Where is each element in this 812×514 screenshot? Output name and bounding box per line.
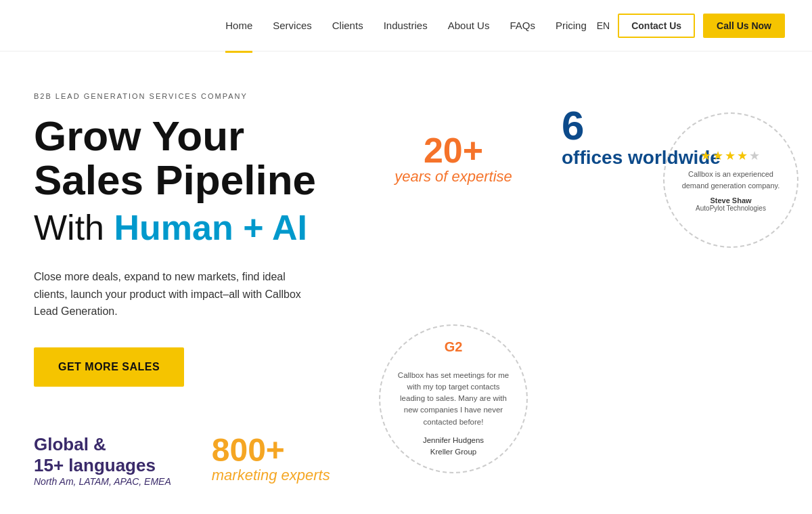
headline-line2: Sales Pipeline	[34, 156, 316, 203]
testimonial-author: Steve Shaw	[710, 196, 751, 205]
hero-left: B2B LEAD GENERATION SERVICES COMPANY Gro…	[34, 92, 359, 487]
nav-clients[interactable]: Clients	[332, 17, 363, 34]
headline-sub-plain: With	[34, 208, 114, 247]
nav-services[interactable]: Services	[273, 17, 312, 34]
hero-description: Close more deals, expand to new markets,…	[34, 268, 318, 320]
testimonial-text: Callbox is an experienced demand generat…	[678, 169, 784, 191]
get-more-sales-button[interactable]: GET MORE SALES	[34, 347, 184, 387]
navbar: Home Services Clients Industries About U…	[0, 0, 812, 51]
global-label1: Global &	[34, 434, 171, 455]
headline-line1: Grow Your	[34, 112, 244, 159]
nav-home[interactable]: Home	[225, 17, 252, 34]
years-number: 20+	[394, 133, 512, 168]
bottom-stats: Global & 15+ languages North Am, LATAM, …	[34, 434, 330, 487]
g2-testimonial-circle: G2 Callbox has set meetings for me with …	[379, 324, 528, 473]
testimonial-company: AutoPylot Technologies	[696, 205, 766, 212]
headline-sub: With Human + AI	[34, 207, 332, 248]
tagline: B2B LEAD GENERATION SERVICES COMPANY	[34, 92, 332, 100]
headline-sub-highlight: Human + AI	[114, 208, 307, 247]
nav-faqs[interactable]: FAQs	[510, 17, 535, 34]
g2-author: Jennifer Hudgens Kreller Group	[423, 435, 484, 458]
star-rating: ★★★★★	[700, 148, 761, 163]
contact-us-button[interactable]: Contact Us	[618, 14, 695, 38]
stat-experts: 800+ marketing experts	[212, 434, 330, 487]
experts-label: marketing experts	[212, 467, 330, 484]
headline: Grow Your Sales Pipeline	[34, 114, 332, 202]
nav-right: EN Contact Us Call Us Now	[597, 14, 785, 38]
testimonial-circle: ★★★★★ Callbox is an experienced demand g…	[663, 112, 798, 248]
hero-center: 20+ years of expertise G2 Callbox has se…	[359, 92, 548, 487]
experts-number: 800+	[212, 434, 330, 467]
stat-years: 20+ years of expertise	[394, 133, 512, 186]
nav-about[interactable]: About Us	[448, 17, 490, 34]
call-us-now-button[interactable]: Call Us Now	[703, 14, 785, 38]
nav-industries[interactable]: Industries	[384, 17, 428, 34]
nav-pricing[interactable]: Pricing	[556, 17, 587, 34]
stat-global: Global & 15+ languages North Am, LATAM, …	[34, 434, 171, 487]
g2-logo: G2	[445, 340, 463, 364]
years-label: years of expertise	[394, 168, 512, 186]
global-label2: 15+ languages	[34, 455, 171, 476]
g2-text: Callbox has set meetings for me with my …	[397, 370, 510, 428]
global-sub: North Am, LATAM, APAC, EMEA	[34, 476, 171, 487]
hero-section: B2B LEAD GENERATION SERVICES COMPANY Gro…	[0, 51, 812, 514]
language-selector[interactable]: EN	[597, 20, 610, 31]
